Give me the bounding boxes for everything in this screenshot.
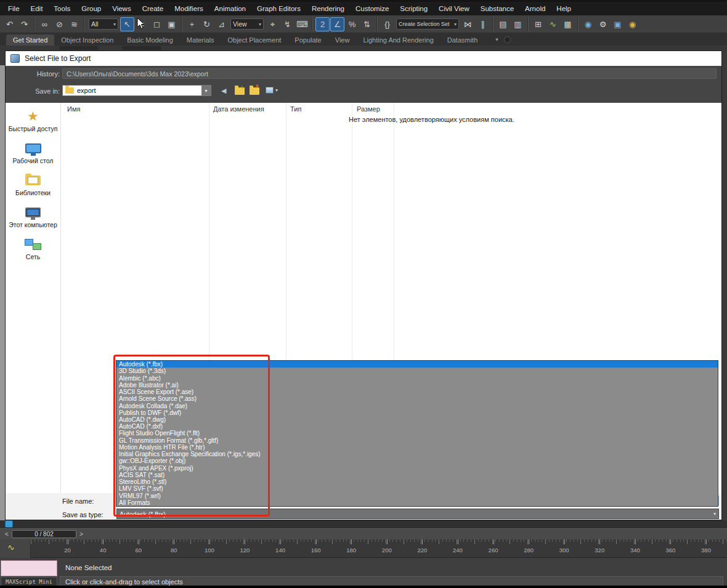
menu-item-file[interactable]: File: [2, 2, 25, 15]
next-frame-button[interactable]: >: [78, 530, 85, 538]
place-label: Рабочий стол: [6, 157, 60, 164]
ruler-tick: [209, 539, 210, 544]
curve-editor-icon[interactable]: ∿: [546, 17, 560, 31]
toggle-layer-explorer-icon[interactable]: ▥: [511, 17, 525, 31]
menu-item-scripting[interactable]: Scripting: [394, 2, 433, 15]
view-menu-button[interactable]: ▾: [266, 87, 278, 94]
render-production-icon[interactable]: ◉: [625, 17, 640, 31]
place-библиотеки[interactable]: Библиотеки: [6, 172, 60, 204]
column-header-name[interactable]: Имя: [67, 105, 80, 113]
create-new-folder-button[interactable]: *: [250, 86, 262, 96]
ruler-label: 40: [100, 547, 107, 554]
select-and-rotate-icon[interactable]: ↻: [200, 17, 214, 31]
schematic-view-icon[interactable]: ▦: [561, 17, 575, 31]
rendered-frame-window-icon[interactable]: ▣: [611, 17, 625, 31]
status-bar: MAXScript Mini None Selected Click or cl…: [0, 558, 727, 588]
menu-item-views[interactable]: Views: [107, 2, 136, 15]
select-and-move-icon[interactable]: +: [185, 17, 199, 31]
ribbon-tab-basic-modeling[interactable]: Basic Modeling: [120, 34, 180, 46]
menu-item-arnold[interactable]: Arnold: [519, 2, 551, 15]
ribbon-tab-materials[interactable]: Materials: [180, 34, 221, 46]
reference-coordinate-system-dropdown[interactable]: View▾: [230, 18, 264, 30]
edit-named-selection-sets-icon[interactable]: {}: [380, 17, 394, 31]
menu-item-help[interactable]: Help: [551, 2, 577, 15]
up-one-level-button[interactable]: ↑: [235, 86, 247, 96]
ribbon-tab-lighting-and-rendering[interactable]: Lighting And Rendering: [356, 34, 440, 46]
mini-curve-editor-button[interactable]: ∿: [0, 539, 31, 558]
ruler-label: 240: [453, 547, 463, 554]
ribbon-tab-object-placement[interactable]: Object Placement: [221, 34, 288, 46]
align-icon[interactable]: ∥: [476, 17, 490, 31]
ribbon-tab-populate[interactable]: Populate: [288, 34, 328, 46]
select-and-manipulate-icon[interactable]: ↯: [280, 17, 294, 31]
save-in-dropdown[interactable]: export ▾: [62, 85, 211, 96]
render-setup-icon[interactable]: ⚙: [596, 17, 610, 31]
undo-icon[interactable]: ↶: [2, 17, 17, 31]
history-dropdown[interactable]: C:\Users\Ольга\Documents\3ds Max 2023\ex…: [62, 68, 717, 79]
menu-item-civil-view[interactable]: Civil View: [433, 2, 475, 15]
window-crossing-toggle-icon[interactable]: ▣: [164, 17, 179, 31]
select-and-scale-icon[interactable]: ⊿: [214, 17, 229, 31]
menu-item-create[interactable]: Create: [137, 2, 169, 15]
menu-item-substance[interactable]: Substance: [475, 2, 519, 15]
toggle-scene-explorer-icon[interactable]: ▤: [496, 17, 510, 31]
back-button[interactable]: ◀: [221, 87, 226, 95]
menu-item-tools[interactable]: Tools: [48, 2, 76, 15]
ruler-label: 340: [630, 547, 640, 554]
angle-snap-toggle-icon[interactable]: ∠: [330, 17, 344, 31]
place-рабочий-стол[interactable]: Рабочий стол: [6, 140, 60, 172]
menu-item-customize[interactable]: Customize: [350, 2, 394, 15]
ruler-tick: [68, 539, 68, 544]
ruler-label: 160: [311, 547, 321, 554]
ribbon-tab-datasmith[interactable]: Datasmith: [441, 34, 485, 46]
timeline-ruler[interactable]: 2040608010012014016018020022024026028030…: [31, 539, 727, 558]
viewport-corner-icon[interactable]: [5, 520, 13, 528]
menu-bar: FileEditToolsGroupViewsCreateModifiersAn…: [0, 2, 727, 15]
percent-snap-toggle-icon[interactable]: %: [345, 17, 359, 31]
frame-counter-field[interactable]: 0 / 802: [12, 530, 76, 538]
redo-icon[interactable]: ↷: [17, 17, 31, 31]
menu-item-animation[interactable]: Animation: [209, 2, 251, 15]
snaps-toggle-icon[interactable]: 2: [315, 17, 330, 31]
chevron-down-icon[interactable]: ▾: [201, 86, 211, 95]
use-pivot-point-center-icon[interactable]: ⌖: [266, 17, 280, 31]
chevron-down-icon: ▾: [275, 87, 278, 93]
ribbon-tab-get-started[interactable]: Get Started: [6, 34, 54, 46]
toolbar-separator: [84, 17, 85, 31]
ribbon-tab-view[interactable]: View: [328, 34, 357, 46]
select-object-icon[interactable]: ↖: [120, 17, 134, 31]
keyboard-shortcut-override-icon[interactable]: ⌨: [295, 17, 309, 31]
material-editor-icon[interactable]: ◉: [581, 17, 595, 31]
selection-filter-dropdown[interactable]: All▾: [89, 18, 118, 30]
history-label: History:: [6, 70, 60, 78]
named-selection-sets-dropdown[interactable]: Create Selection Set▾: [396, 18, 459, 30]
menu-item-edit[interactable]: Edit: [25, 2, 49, 15]
unlink-selection-icon[interactable]: ⊘: [52, 17, 67, 31]
menu-item-graph-editors[interactable]: Graph Editors: [251, 2, 306, 15]
select-and-link-icon[interactable]: ∞: [38, 17, 52, 31]
place-сеть[interactable]: Сеть: [6, 236, 60, 268]
place-этот-компьютер[interactable]: Этот компьютер: [6, 204, 60, 236]
ruler-label: 300: [559, 547, 569, 554]
column-header-type[interactable]: Тип: [290, 105, 301, 113]
ruler-label: 320: [595, 547, 604, 554]
chevron-down-icon[interactable]: ▾: [713, 511, 716, 517]
column-header-date-modified[interactable]: Дата изменения: [213, 105, 264, 113]
viewport-bottom-strip: [0, 520, 727, 528]
menu-item-group[interactable]: Group: [76, 2, 107, 15]
spinner-snap-toggle-icon[interactable]: ⇅: [360, 17, 374, 31]
export-dialog-icon: [10, 54, 20, 63]
menu-item-modifiers[interactable]: Modifiers: [169, 2, 209, 15]
maxscript-mini-listener[interactable]: [1, 560, 57, 576]
toggle-ribbon-icon[interactable]: ⊞: [531, 17, 545, 31]
column-header-size[interactable]: Размер: [357, 105, 380, 113]
place-быстрый-доступ[interactable]: Быстрый доступ: [6, 108, 60, 140]
previous-frame-button[interactable]: <: [3, 530, 10, 538]
mirror-icon[interactable]: ⋈: [461, 17, 475, 31]
menu-item-rendering[interactable]: Rendering: [306, 2, 350, 15]
bind-to-space-warp-icon[interactable]: ≋: [67, 17, 81, 31]
rectangular-selection-region-icon[interactable]: ◻: [150, 17, 164, 31]
ribbon-tab-object-inspection[interactable]: Object Inspection: [54, 34, 120, 46]
ribbon-minimize-icon[interactable]: ▾: [495, 36, 498, 42]
ribbon-config-icon[interactable]: [504, 36, 511, 43]
